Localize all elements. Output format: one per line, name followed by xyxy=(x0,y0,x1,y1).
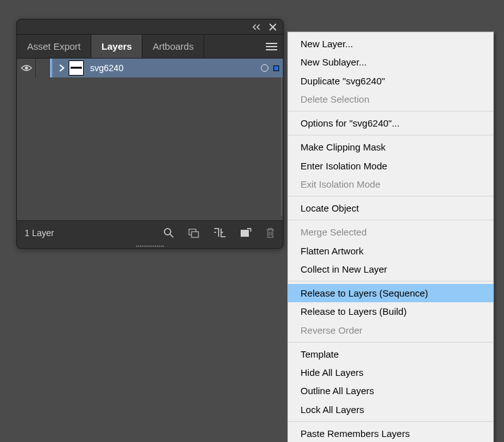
menu-item[interactable]: Collect in New Layer xyxy=(288,260,493,278)
menu-separator xyxy=(288,196,493,196)
search-icon[interactable] xyxy=(163,227,175,239)
layers-panel: Asset Export Layers Artboards svg6240 xyxy=(16,19,284,249)
menu-item[interactable]: Template xyxy=(288,345,493,363)
menu-separator xyxy=(288,342,493,343)
close-icon[interactable] xyxy=(269,23,277,31)
menu-separator xyxy=(288,281,493,281)
menu-item[interactable]: Lock All Layers xyxy=(288,400,493,419)
clipping-mask-icon[interactable] xyxy=(214,228,226,238)
layer-row[interactable]: svg6240 xyxy=(17,59,283,77)
menu-separator xyxy=(288,421,493,422)
menu-separator xyxy=(288,111,493,111)
svg-point-0 xyxy=(25,67,28,70)
menu-item: Exit Isolation Mode xyxy=(288,175,493,193)
svg-point-1 xyxy=(164,229,171,235)
footer-toolbar xyxy=(163,227,275,239)
menu-item: Merge Selected xyxy=(288,223,493,241)
new-layer-icon[interactable] xyxy=(240,228,251,238)
menu-item[interactable]: Duplicate "svg6240" xyxy=(288,72,493,90)
visibility-toggle[interactable] xyxy=(17,59,36,77)
layer-color-indicator xyxy=(50,59,52,77)
chevron-right-icon[interactable] xyxy=(59,64,65,72)
menu-item[interactable]: Options for "svg6240"... xyxy=(288,114,493,132)
menu-item[interactable]: Release to Layers (Build) xyxy=(288,302,493,320)
new-sublayer-icon[interactable] xyxy=(188,228,200,238)
svg-rect-4 xyxy=(241,230,249,237)
resize-grip[interactable] xyxy=(17,245,283,248)
menu-item: Delete Selection xyxy=(288,90,493,108)
menu-item: Reverse Order xyxy=(288,321,493,339)
menu-item[interactable]: Flatten Artwork xyxy=(288,242,493,260)
menu-item[interactable]: Outline All Layers xyxy=(288,382,493,400)
tab-artboards[interactable]: Artboards xyxy=(142,35,204,58)
target-icon[interactable] xyxy=(261,64,268,72)
lock-toggle[interactable] xyxy=(36,59,50,77)
menu-item[interactable]: Hide All Layers xyxy=(288,363,493,382)
tab-asset-export[interactable]: Asset Export xyxy=(17,35,91,58)
eye-icon xyxy=(21,64,32,72)
menu-item[interactable]: New Sublayer... xyxy=(288,53,493,71)
collapse-icon[interactable] xyxy=(251,24,261,30)
layer-count: 1 Layer xyxy=(25,228,54,238)
menu-separator xyxy=(288,220,493,220)
panel-menu-button[interactable] xyxy=(260,35,283,58)
layer-name[interactable]: svg6240 xyxy=(90,63,261,73)
layers-list: svg6240 xyxy=(17,59,283,221)
menu-item[interactable]: Make Clipping Mask xyxy=(288,138,493,156)
menu-item[interactable]: New Layer... xyxy=(288,35,493,53)
scrollbar[interactable] xyxy=(281,77,282,216)
menu-item[interactable]: Paste Remembers Layers xyxy=(288,424,493,442)
menu-item[interactable]: Locate Object xyxy=(288,199,493,217)
panel-footer: 1 Layer xyxy=(17,221,283,245)
svg-rect-3 xyxy=(192,232,198,237)
menu-separator xyxy=(288,135,493,135)
panel-topbar xyxy=(17,20,283,35)
panel-context-menu: New Layer...New Sublayer...Duplicate "sv… xyxy=(287,31,494,442)
layer-thumbnail xyxy=(69,60,84,76)
menu-item[interactable]: Enter Isolation Mode xyxy=(288,157,493,175)
menu-item[interactable]: Release to Layers (Sequence) xyxy=(288,284,493,302)
tab-layers[interactable]: Layers xyxy=(91,35,142,58)
selection-indicator[interactable] xyxy=(273,65,279,71)
trash-icon[interactable] xyxy=(265,227,275,239)
panel-tabs: Asset Export Layers Artboards xyxy=(17,35,283,59)
